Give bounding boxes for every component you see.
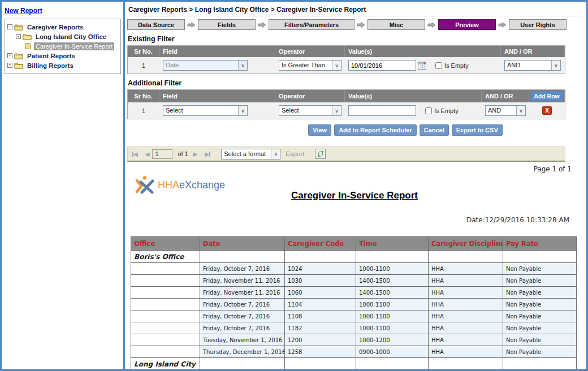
export-to-csv-button[interactable]: Export to CSV — [452, 124, 503, 136]
expand-icon[interactable]: + — [7, 53, 12, 58]
report-title: Caregiver In-Service Report — [127, 190, 582, 201]
tab-filters-parameters[interactable]: Filters/Parameters — [269, 19, 354, 30]
new-report-link[interactable]: New Report — [5, 7, 42, 15]
operator-select[interactable]: Is Greater Than ∨ — [279, 60, 341, 71]
tab-misc[interactable]: Misc — [368, 19, 425, 30]
pay-rate-cell: Non Payable — [503, 299, 577, 310]
column-header: Date — [200, 237, 285, 251]
additional-filter-header: Sr No. Field Operator Value(s) AND / OR … — [128, 90, 565, 102]
date-cell: Friday, October 7, 2016 — [200, 299, 285, 310]
filter-value-input[interactable] — [348, 105, 416, 116]
time-cell: 1000-1100 — [356, 310, 429, 322]
table-row: Friday, October 7, 201611041000-1100HHAN… — [131, 299, 577, 310]
operator-select[interactable]: Select ∨ — [279, 105, 341, 116]
tree-item-label: Patient Reports — [25, 52, 77, 60]
row-number: 1 — [128, 102, 159, 119]
chevron-down-icon: ∨ — [332, 106, 341, 115]
andor-select[interactable]: AND ∨ — [485, 105, 526, 116]
export-format-select[interactable]: Select a format ∨ — [221, 149, 280, 159]
tree-item-long-island-city-office[interactable]: - Long Island City Office — [7, 32, 119, 41]
page-count-label: of 1 — [178, 150, 188, 157]
field-select[interactable]: Date ∨ — [163, 60, 248, 71]
pay-rate-cell: Non Payable — [503, 322, 577, 334]
tree-item-caregiver-in-service-report[interactable]: Caregiver In-Service Report — [7, 41, 119, 51]
table-row: Friday, November 11, 201610301400-1500HH… — [131, 275, 577, 287]
tree-item-label: Caregiver Reports — [25, 23, 85, 31]
breadcrumb: Caregiver Reports > Long Island City Off… — [127, 5, 582, 16]
tab-preview[interactable]: Preview — [438, 19, 496, 30]
tree-item-patient-reports[interactable]: + Patient Reports — [7, 51, 119, 61]
cancel-button[interactable]: Cancel — [420, 124, 449, 136]
existing-filter-row: 1 Date ∨ Is Greater Than ∨ — [128, 57, 565, 74]
report-table: Office Date Caregiver Code Time Caregive… — [131, 236, 577, 369]
date-cell: Friday, October 7, 2016 — [200, 263, 285, 275]
tree-item-billing-reports[interactable]: + Billing Reports — [7, 61, 119, 70]
last-page-icon[interactable]: ▶ — [205, 151, 210, 157]
caregiver-code-cell: 1108 — [285, 310, 356, 322]
time-cell: 1400-1500 — [356, 275, 429, 287]
step-arrow-icon — [357, 21, 365, 28]
filter-value-input[interactable] — [348, 60, 416, 71]
date-cell: Friday, October 7, 2016 — [200, 310, 285, 322]
collapse-icon[interactable]: - — [16, 34, 21, 39]
tab-user-rights[interactable]: User Rights — [509, 19, 567, 30]
column-header: Value(s) — [345, 46, 501, 57]
view-button[interactable]: View — [308, 124, 331, 136]
report-table-header: Office Date Caregiver Code Time Caregive… — [131, 237, 577, 251]
tab-data-source[interactable]: Data Source — [127, 19, 185, 30]
field-select[interactable]: Select ∨ — [163, 105, 248, 116]
existing-filter-header: Sr No. Field Operator Value(s) AND / OR — [128, 46, 565, 57]
chevron-down-icon: ∨ — [332, 61, 341, 70]
folder-icon — [14, 24, 23, 31]
is-empty-checkbox[interactable] — [435, 62, 442, 69]
tab-fields[interactable]: Fields — [198, 19, 256, 30]
folder-icon — [14, 62, 23, 69]
pay-rate-cell: Non Payable — [503, 310, 577, 322]
column-header: Operator — [275, 90, 345, 102]
existing-filter-title: Existing Filter — [128, 35, 582, 43]
delete-row-icon[interactable]: X — [542, 106, 552, 115]
calendar-icon[interactable] — [418, 62, 426, 70]
caregiver-code-cell: 1030 — [285, 275, 356, 287]
andor-select[interactable]: AND ∨ — [504, 60, 561, 71]
date-cell: Tuesday, November 1, 2016 — [200, 334, 285, 346]
column-header: Sr No. — [128, 46, 159, 57]
discipline-cell: HHA — [429, 334, 503, 346]
tree-item-label: Billing Reports — [25, 62, 75, 70]
step-arrow-icon — [258, 21, 266, 28]
date-cell: Friday, November 11, 2016 — [200, 275, 285, 287]
is-empty-checkbox[interactable] — [425, 107, 432, 114]
chevron-down-icon: ∨ — [238, 61, 247, 70]
add-to-report-scheduler-button[interactable]: Add to Report Scheduler — [334, 124, 417, 136]
caregiver-code-cell: 1200 — [285, 334, 356, 346]
operator-select-value: Is Greater Than — [279, 61, 332, 70]
caregiver-code-cell: 1104 — [285, 299, 356, 310]
row-number: 1 — [128, 57, 159, 74]
expand-icon[interactable]: + — [7, 63, 12, 68]
additional-filter-title: Additional Filter — [128, 79, 582, 87]
time-cell: 1000-1100 — [356, 299, 429, 310]
hhaexchange-logo-icon — [135, 175, 157, 195]
discipline-cell: HHA — [429, 346, 503, 358]
page-number-input[interactable] — [152, 149, 172, 159]
field-select-value: Select — [163, 106, 238, 115]
prev-page-icon[interactable]: ◀ — [145, 151, 150, 157]
pay-rate-cell: Non Payable — [503, 287, 577, 299]
main-content: Caregiver Reports > Long Island City Off… — [125, 2, 586, 369]
collapse-icon[interactable]: - — [7, 24, 12, 29]
add-row-button[interactable]: Add Row — [530, 91, 563, 101]
column-header: Value(s) — [345, 90, 482, 102]
is-empty-label: Is Empty — [434, 107, 459, 114]
time-cell: 0900-1000 — [356, 346, 429, 358]
tree-item-caregiver-reports[interactable]: - Caregiver Reports — [7, 22, 119, 32]
refresh-icon[interactable] — [315, 149, 326, 159]
column-header: Field — [159, 46, 275, 57]
date-cell: Thursday, December 1, 2016 — [200, 346, 285, 358]
table-row: Tuesday, November 1, 201612001000-1200HH… — [131, 334, 577, 346]
export-link[interactable]: Export — [286, 150, 304, 157]
first-page-icon[interactable]: ◀ — [132, 151, 138, 157]
report-viewer-toolbar: ◀ ◀ of 1 ▶ ▶ Select a format ∨ Export — [127, 146, 565, 162]
next-page-icon[interactable]: ▶ — [193, 151, 198, 157]
pay-rate-cell: Non Payable — [503, 275, 577, 287]
existing-filter-table: Sr No. Field Operator Value(s) AND / OR … — [127, 45, 565, 74]
